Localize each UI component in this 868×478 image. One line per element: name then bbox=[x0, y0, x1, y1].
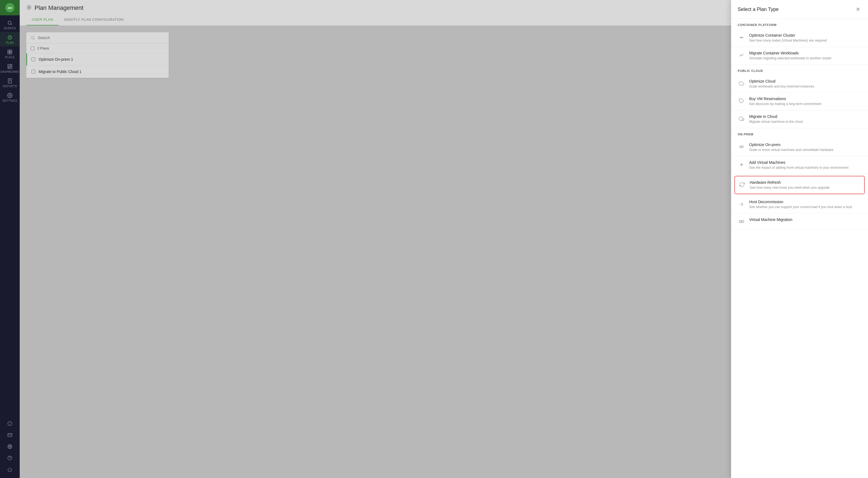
plan-type-add-virtual-machines[interactable]: Add Virtual Machines See the impact of a… bbox=[731, 157, 868, 174]
svg-rect-6 bbox=[10, 50, 12, 52]
select-all-checkbox[interactable] bbox=[31, 46, 34, 50]
power-icon bbox=[7, 467, 12, 472]
dashboard-icon bbox=[7, 64, 12, 69]
plan-type-name-2-0: Optimize On-prem bbox=[749, 142, 861, 147]
plan-type-desc-2-3: See whether you can support your current… bbox=[749, 205, 861, 209]
svg-point-0 bbox=[8, 21, 11, 24]
svg-point-31 bbox=[742, 37, 743, 38]
svg-rect-39 bbox=[739, 220, 741, 223]
plan-type-name-2-1: Add Virtual Machines bbox=[749, 160, 861, 165]
sidebar: on Search Plan Place Dashboard Reports S… bbox=[0, 0, 20, 478]
sidebar-bottom bbox=[0, 418, 20, 478]
plan-row-1[interactable]: Optimize On-prem 1 bbox=[26, 53, 169, 66]
search-input-icon bbox=[31, 36, 35, 40]
sidebar-item-plan[interactable]: Plan bbox=[0, 32, 20, 46]
svg-point-4 bbox=[9, 37, 10, 38]
plan-icon bbox=[7, 35, 12, 40]
tag-icon bbox=[738, 97, 745, 105]
svg-rect-8 bbox=[10, 52, 12, 54]
section-public-cloud: Public Cloud bbox=[731, 65, 868, 75]
svg-rect-40 bbox=[742, 220, 744, 223]
plan-type-desc-2-2: See how many new hosts you need when you… bbox=[750, 185, 861, 190]
sidebar-item-dashboard[interactable]: Dashboard bbox=[0, 61, 20, 75]
plan-type-desc-2-0: Scale or move virtual machines and conso… bbox=[749, 148, 861, 152]
vm-migrate-icon bbox=[738, 218, 745, 226]
app-logo[interactable]: on bbox=[0, 0, 20, 15]
minus-one-icon: -1 bbox=[738, 200, 745, 208]
plan-type-desc-0-1: Simulate migrating selected workloads to… bbox=[749, 56, 861, 61]
plan-count-row: 2 Plans bbox=[26, 43, 169, 53]
svg-point-17 bbox=[9, 95, 11, 96]
cloud-upload-icon bbox=[738, 79, 745, 87]
svg-point-30 bbox=[740, 37, 741, 38]
plan-type-name-0-1: Migrate Container Workloads bbox=[749, 51, 861, 55]
nodes-icon bbox=[738, 34, 745, 41]
svg-rect-10 bbox=[10, 65, 12, 66]
cloud-arrow-icon bbox=[738, 115, 745, 123]
svg-rect-11 bbox=[10, 66, 12, 69]
close-button[interactable]: ✕ bbox=[855, 5, 861, 13]
plan-panel: 2 Plans Optimize On-prem 1 Migrate to Pu… bbox=[26, 32, 169, 78]
plan-type-virtual-machine-migration[interactable]: Virtual Machine Migration bbox=[731, 213, 868, 230]
plan-type-name-2-4: Virtual Machine Migration bbox=[749, 217, 861, 222]
plan-title-icon bbox=[26, 5, 32, 11]
plan-type-desc-1-0: Scale workloads and buy reserved instanc… bbox=[749, 84, 861, 89]
plan-type-migrate-to-cloud[interactable]: Migrate to Cloud Migrate virtual machine… bbox=[731, 110, 868, 128]
list-lines-icon bbox=[738, 143, 745, 151]
svg-rect-9 bbox=[8, 65, 9, 67]
tab-user-plan[interactable]: User Plan bbox=[26, 15, 59, 26]
sidebar-nav: Search Plan Place Dashboard Reports Sett… bbox=[0, 15, 20, 418]
panel-header: Select a Plan Type ✕ bbox=[731, 0, 868, 19]
plan-row-2[interactable]: Migrate to Public Cloud 1 bbox=[26, 66, 169, 78]
refresh-circle-icon bbox=[738, 181, 746, 189]
plan-type-optimize-cloud[interactable]: Optimize Cloud Scale workloads and buy r… bbox=[731, 75, 868, 93]
sidebar-item-reports[interactable]: Reports bbox=[0, 75, 20, 90]
svg-rect-7 bbox=[8, 52, 10, 54]
settings-icon bbox=[7, 93, 12, 98]
help-icon bbox=[7, 455, 12, 460]
mail-icon bbox=[7, 433, 12, 438]
sidebar-item-search[interactable]: Search bbox=[0, 18, 20, 32]
plan-type-name-1-0: Optimize Cloud bbox=[749, 79, 861, 83]
sidebar-item-settings[interactable]: Settings bbox=[0, 90, 20, 104]
svg-line-1 bbox=[11, 24, 12, 25]
plan-type-desc-0-0: See how many nodes (Virtual Machines) ar… bbox=[749, 38, 861, 43]
svg-rect-5 bbox=[8, 50, 10, 52]
plan-type-desc-1-2: Migrate virtual machines to the cloud bbox=[749, 120, 861, 124]
tab-nightly-plan[interactable]: Nightly Plan Configuration bbox=[59, 15, 129, 26]
sidebar-power-button[interactable] bbox=[0, 464, 20, 475]
sidebar-info-button[interactable] bbox=[0, 418, 20, 429]
sidebar-globe-button[interactable] bbox=[0, 441, 20, 452]
plan-type-migrate-container-workloads[interactable]: Migrate Container Workloads Simulate mig… bbox=[731, 47, 868, 65]
svg-line-29 bbox=[34, 39, 34, 39]
plan-type-name-1-1: Buy VM Reservations bbox=[749, 97, 861, 101]
info-icon bbox=[7, 421, 12, 426]
section-on-prem: On-Prem bbox=[731, 128, 868, 139]
plan-type-name-2-3: Host Decommission bbox=[749, 200, 861, 204]
plan-2-checkbox[interactable] bbox=[31, 70, 35, 74]
search-bar bbox=[26, 32, 169, 43]
svg-rect-12 bbox=[8, 67, 9, 68]
plan-type-optimize-container-cluster[interactable]: Optimize Container Cluster See how many … bbox=[731, 29, 868, 47]
section-container-platform: Container Platform bbox=[731, 19, 868, 29]
svg-point-27 bbox=[29, 7, 29, 8]
svg-point-28 bbox=[31, 36, 34, 39]
sidebar-help-button[interactable] bbox=[0, 453, 20, 463]
sidebar-mail-button[interactable] bbox=[0, 430, 20, 440]
plan-type-buy-vm-reservations[interactable]: Buy VM Reservations Get discounts by mak… bbox=[731, 93, 868, 110]
plan-type-desc-1-1: Get discounts by making a long term comm… bbox=[749, 102, 861, 106]
search-icon bbox=[7, 20, 12, 26]
plan-type-hardware-refresh[interactable]: Hardware Refresh See how many new hosts … bbox=[734, 176, 865, 195]
migrate-chart-icon bbox=[738, 52, 745, 59]
plan-type-optimize-on-prem[interactable]: Optimize On-prem Scale or move virtual m… bbox=[731, 139, 868, 157]
plan-type-name-1-2: Migrate to Cloud bbox=[749, 114, 861, 119]
sidebar-item-place[interactable]: Place bbox=[0, 46, 20, 61]
search-input[interactable] bbox=[38, 36, 164, 40]
select-plan-panel: Select a Plan Type ✕ Container Platform … bbox=[731, 0, 868, 478]
reports-icon bbox=[7, 78, 12, 84]
panel-title: Select a Plan Type bbox=[738, 6, 779, 12]
plan-type-name-0-0: Optimize Container Cluster bbox=[749, 33, 861, 37]
plan-type-name-2-2: Hardware Refresh bbox=[750, 180, 861, 184]
plan-type-host-decommission[interactable]: -1 Host Decommission See whether you can… bbox=[731, 196, 868, 213]
plan-1-checkbox[interactable] bbox=[31, 58, 35, 61]
